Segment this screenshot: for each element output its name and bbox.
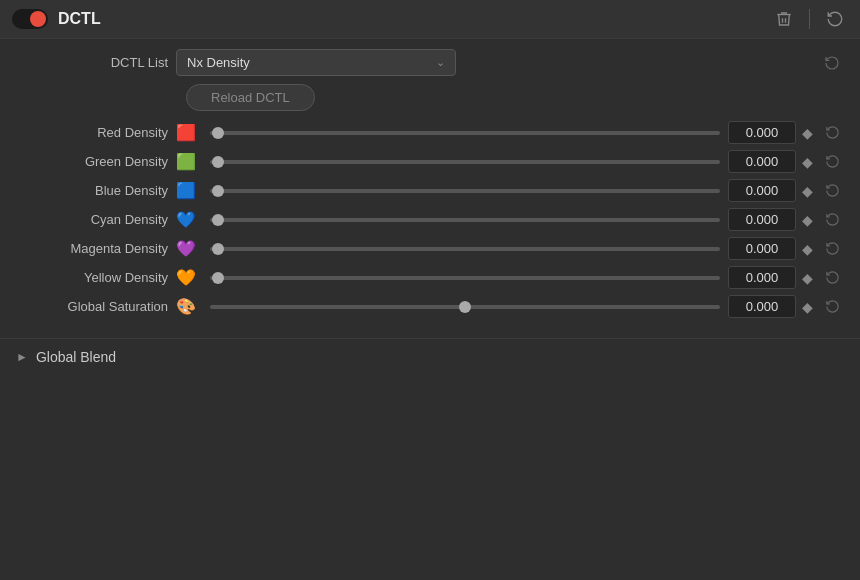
chevron-right-icon: ► (16, 350, 28, 364)
reset-button-4[interactable] (821, 239, 844, 258)
value-input-0[interactable] (728, 121, 796, 144)
panel: DCTL DCTL List (0, 0, 860, 580)
header-actions (771, 8, 848, 30)
reset-button-2[interactable] (821, 181, 844, 200)
reload-row: Reload DCTL (16, 84, 844, 111)
color-swatch-3: 💙 (176, 210, 196, 229)
color-swatch-2: 🟦 (176, 181, 196, 200)
slider-label-3: Cyan Density (16, 212, 176, 227)
global-blend-header[interactable]: ► Global Blend (0, 338, 860, 375)
app-title: DCTL (58, 10, 101, 28)
slider-row: Blue Density 🟦 ◆ (16, 179, 844, 202)
color-swatch-4: 💜 (176, 239, 196, 258)
slider-label-2: Blue Density (16, 183, 176, 198)
slider-thumb-6[interactable] (459, 301, 471, 313)
slider-thumb-4[interactable] (212, 243, 224, 255)
header: DCTL (0, 0, 860, 39)
slider-5[interactable] (210, 268, 720, 288)
slider-label-6: Global Saturation (16, 299, 176, 314)
dctl-list-value: Nx Density (187, 55, 250, 70)
header-divider (809, 9, 810, 29)
slider-1[interactable] (210, 152, 720, 172)
slider-track-0 (210, 131, 720, 135)
dctl-list-dropdown[interactable]: Nx Density ⌄ (176, 49, 456, 76)
sliders-container: Red Density 🟥 ◆ Green Density 🟩 (16, 121, 844, 318)
value-input-1[interactable] (728, 150, 796, 173)
keyframe-icon-2[interactable]: ◆ (802, 183, 813, 199)
dctl-list-row: DCTL List Nx Density ⌄ (16, 49, 844, 76)
slider-row: Magenta Density 💜 ◆ (16, 237, 844, 260)
slider-thumb-0[interactable] (212, 127, 224, 139)
slider-row: Red Density 🟥 ◆ (16, 121, 844, 144)
keyframe-icon-5[interactable]: ◆ (802, 270, 813, 286)
value-input-2[interactable] (728, 179, 796, 202)
keyframe-icon-1[interactable]: ◆ (802, 154, 813, 170)
keyframe-icon-6[interactable]: ◆ (802, 299, 813, 315)
dctl-list-label: DCTL List (16, 55, 176, 70)
reset-button-1[interactable] (821, 152, 844, 171)
reset-button-0[interactable] (821, 123, 844, 142)
delete-button[interactable] (771, 8, 797, 30)
dctl-reset-button[interactable] (820, 53, 844, 73)
slider-0[interactable] (210, 123, 720, 143)
slider-label-0: Red Density (16, 125, 176, 140)
slider-6[interactable] (210, 297, 720, 317)
color-swatch-6: 🎨 (176, 297, 196, 316)
slider-thumb-3[interactable] (212, 214, 224, 226)
keyframe-icon-4[interactable]: ◆ (802, 241, 813, 257)
color-swatch-1: 🟩 (176, 152, 196, 171)
slider-track-3 (210, 218, 720, 222)
slider-row: Cyan Density 💙 ◆ (16, 208, 844, 231)
slider-row: Yellow Density 🧡 ◆ (16, 266, 844, 289)
value-input-6[interactable] (728, 295, 796, 318)
chevron-down-icon: ⌄ (436, 56, 445, 69)
slider-row: Global Saturation 🎨 ◆ (16, 295, 844, 318)
slider-track-4 (210, 247, 720, 251)
slider-label-5: Yellow Density (16, 270, 176, 285)
reset-button-6[interactable] (821, 297, 844, 316)
slider-track-1 (210, 160, 720, 164)
keyframe-icon-0[interactable]: ◆ (802, 125, 813, 141)
color-swatch-5: 🧡 (176, 268, 196, 287)
slider-thumb-2[interactable] (212, 185, 224, 197)
slider-track-2 (210, 189, 720, 193)
slider-label-1: Green Density (16, 154, 176, 169)
slider-thumb-1[interactable] (212, 156, 224, 168)
global-blend-label: Global Blend (36, 349, 116, 365)
slider-3[interactable] (210, 210, 720, 230)
global-reset-button[interactable] (822, 8, 848, 30)
reset-button-3[interactable] (821, 210, 844, 229)
slider-track-6 (210, 305, 720, 309)
content: DCTL List Nx Density ⌄ Reload DCTL Red D… (0, 39, 860, 334)
slider-2[interactable] (210, 181, 720, 201)
keyframe-icon-3[interactable]: ◆ (802, 212, 813, 228)
toggle-switch[interactable] (12, 9, 48, 29)
toggle-knob (30, 11, 46, 27)
slider-4[interactable] (210, 239, 720, 259)
value-input-4[interactable] (728, 237, 796, 260)
value-input-3[interactable] (728, 208, 796, 231)
slider-row: Green Density 🟩 ◆ (16, 150, 844, 173)
slider-thumb-5[interactable] (212, 272, 224, 284)
reset-button-5[interactable] (821, 268, 844, 287)
slider-label-4: Magenta Density (16, 241, 176, 256)
slider-track-5 (210, 276, 720, 280)
color-swatch-0: 🟥 (176, 123, 196, 142)
reload-button[interactable]: Reload DCTL (186, 84, 315, 111)
value-input-5[interactable] (728, 266, 796, 289)
